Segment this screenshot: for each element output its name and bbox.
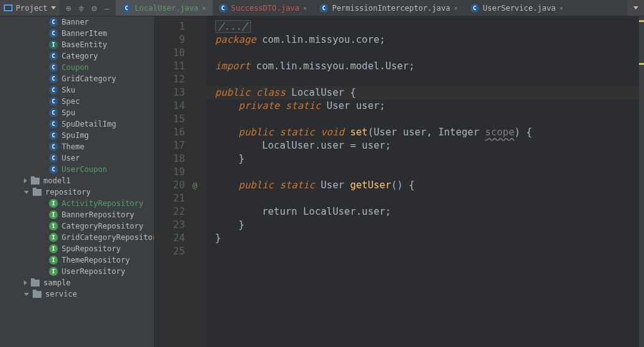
tree-item-label: repository — [45, 188, 91, 196]
class-icon: I — [49, 267, 58, 276]
top-bar: Project ⊕ ≑ ⚙ — C LocalUser.java ✕C Succ… — [0, 0, 644, 16]
tree-item[interactable]: CCategory — [0, 50, 154, 62]
class-icon: I — [49, 199, 58, 208]
tab-label: SuccessDTO.java — [231, 4, 299, 13]
tree-item[interactable]: sample — [0, 277, 154, 288]
code-line[interactable]: } — [215, 219, 644, 232]
tree-item[interactable]: ICategoryRepository — [0, 220, 154, 232]
tree-item-label: SpuDetailImg — [62, 120, 116, 128]
code-area[interactable]: 1910111213141516171819202122232425 @ /..… — [155, 16, 644, 347]
class-icon: C — [49, 74, 58, 83]
gutter-mark-slot — [190, 126, 206, 139]
tree-item[interactable]: CSpuImg — [0, 130, 154, 141]
tree-arrow-icon[interactable] — [24, 280, 27, 285]
tree-item[interactable]: IActivityRepository — [0, 198, 154, 209]
fold-placeholder[interactable]: /.../ — [215, 20, 251, 33]
select-open-file-icon[interactable]: ⊕ — [66, 3, 71, 13]
code-line[interactable]: public static void set(User user, Intege… — [215, 126, 644, 139]
code-line[interactable]: public static User getUser() { — [215, 179, 644, 192]
gutter-mark-slot — [190, 86, 206, 100]
close-icon[interactable]: ✕ — [559, 4, 563, 11]
line-number: 15 — [155, 113, 185, 126]
tree-item[interactable]: CBanner — [0, 16, 154, 28]
code-line[interactable]: } — [215, 152, 644, 166]
tree-item-label: CategoryRepository — [62, 222, 143, 230]
tree-item[interactable]: CCoupon — [0, 62, 154, 73]
class-icon: C — [49, 108, 58, 117]
tree-item[interactable]: model1 — [0, 175, 154, 186]
main-area: CBannerCBannerItemIBaseEntityCCategoryCC… — [0, 16, 644, 347]
override-gutter-icon[interactable]: @ — [190, 181, 197, 190]
code-line[interactable]: /.../ — [215, 20, 644, 33]
warning-marker[interactable] — [639, 63, 644, 65]
close-icon[interactable]: ✕ — [202, 4, 206, 11]
code-line[interactable]: import com.lin.missyou.model.User; — [215, 60, 644, 73]
class-icon: C — [122, 4, 131, 13]
code-line[interactable]: package com.lin.missyou.core; — [215, 33, 644, 47]
project-dropdown[interactable]: Project — [0, 0, 60, 16]
code-line[interactable] — [215, 113, 644, 126]
project-tree[interactable]: CBannerCBannerItemIBaseEntityCCategoryCC… — [0, 16, 155, 347]
tab-label: UserService.java — [483, 4, 556, 13]
line-number: 13 — [155, 86, 185, 100]
class-icon: I — [49, 222, 58, 230]
code-line[interactable]: private static User user; — [215, 100, 644, 113]
code-line[interactable]: return LocalUser.user; — [215, 205, 644, 219]
tree-arrow-icon[interactable] — [24, 293, 29, 296]
gutter-mark-slot — [190, 232, 206, 245]
tree-item[interactable]: IBannerRepository — [0, 209, 154, 220]
line-number: 10 — [155, 47, 185, 60]
line-number: 9 — [155, 33, 185, 47]
code-line[interactable] — [215, 47, 644, 60]
settings-icon[interactable]: ⚙ — [91, 3, 96, 13]
editor-tab[interactable]: C PermissionInterceptor.java ✕ — [313, 0, 464, 16]
tabs-overflow-button[interactable] — [628, 0, 644, 16]
close-icon[interactable]: ✕ — [303, 4, 307, 11]
tree-item[interactable]: CGridCategory — [0, 73, 154, 84]
tree-item[interactable]: IBaseEntity — [0, 39, 154, 50]
tab-label: LocalUser.java — [135, 4, 198, 13]
tree-item[interactable]: CBannerItem — [0, 28, 154, 39]
tree-item[interactable]: CSku — [0, 84, 154, 96]
line-number-gutter: 1910111213141516171819202122232425 — [155, 16, 190, 347]
code-line[interactable]: public class LocalUser { — [206, 86, 644, 100]
tree-item[interactable]: service — [0, 288, 154, 300]
code-line[interactable]: } — [215, 232, 644, 245]
code-line[interactable] — [215, 245, 644, 258]
code-line[interactable] — [215, 166, 644, 179]
gutter-mark-slot — [190, 33, 206, 47]
class-icon: C — [319, 4, 328, 13]
tree-item-label: ActivityRepository — [62, 199, 143, 208]
tree-item[interactable]: CSpec — [0, 96, 154, 107]
tree-item[interactable]: CUserCoupon — [0, 164, 154, 175]
editor-tab[interactable]: C SuccessDTO.java ✕ — [213, 0, 313, 16]
hide-icon[interactable]: — — [104, 3, 109, 13]
code-line[interactable]: LocalUser.user = user; — [215, 139, 644, 152]
class-icon: C — [49, 52, 58, 60]
close-icon[interactable]: ✕ — [454, 4, 458, 11]
class-icon: I — [49, 244, 58, 253]
expand-all-icon[interactable]: ≑ — [79, 3, 84, 13]
editor-tab[interactable]: C UserService.java ✕ — [464, 0, 570, 16]
editor-tab[interactable]: C LocalUser.java ✕ — [116, 0, 212, 16]
tree-item[interactable]: IGridCategoryRepository — [0, 232, 154, 243]
tree-item[interactable]: CSpu — [0, 107, 154, 118]
tree-arrow-icon[interactable] — [24, 191, 29, 194]
tree-item[interactable]: repository — [0, 186, 154, 198]
tree-item-label: SpuRepository — [62, 244, 121, 253]
gutter-mark-slot — [190, 100, 206, 113]
tree-item[interactable]: IThemeRepository — [0, 254, 154, 266]
tree-item[interactable]: CSpuDetailImg — [0, 118, 154, 130]
tree-arrow-icon[interactable] — [24, 178, 27, 183]
gutter-mark-slot — [190, 192, 206, 205]
code-line[interactable] — [215, 73, 644, 86]
tree-item[interactable]: IUserRepository — [0, 266, 154, 277]
tree-item[interactable]: CUser — [0, 152, 154, 164]
class-icon: I — [49, 210, 58, 219]
line-number: 22 — [155, 205, 185, 219]
code-content[interactable]: /.../package com.lin.missyou.core;import… — [206, 16, 644, 347]
code-line[interactable] — [215, 192, 644, 205]
warning-marker[interactable] — [639, 20, 644, 22]
tree-item[interactable]: ISpuRepository — [0, 243, 154, 254]
tree-item[interactable]: CTheme — [0, 141, 154, 152]
